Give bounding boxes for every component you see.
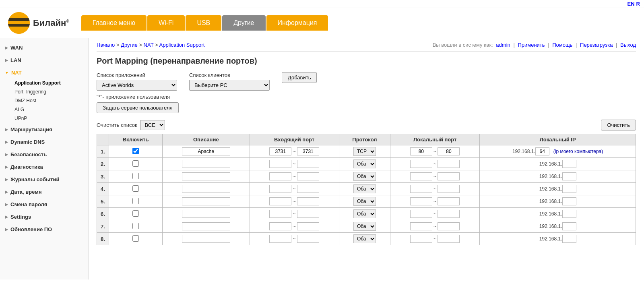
proto-select-7[interactable]: ОбаTCPUDP xyxy=(353,222,376,231)
inport-to-2[interactable] xyxy=(297,160,319,168)
localport-to-1[interactable] xyxy=(438,147,460,155)
localport-to-5[interactable] xyxy=(438,197,460,205)
localport-to-2[interactable] xyxy=(438,160,460,168)
nav-other[interactable]: Другие xyxy=(222,15,265,31)
inport-to-5[interactable] xyxy=(297,197,319,205)
inport-to-3[interactable] xyxy=(297,172,319,180)
reboot-link[interactable]: Перезагрузка xyxy=(580,42,613,48)
ip-input-2[interactable] xyxy=(562,160,576,168)
enable-checkbox-4[interactable] xyxy=(132,185,139,192)
logout-link[interactable]: Выход xyxy=(620,42,636,48)
proto-select-2[interactable]: ОбаTCPUDP xyxy=(353,159,376,168)
localport-from-4[interactable] xyxy=(410,185,432,193)
sidebar-item-alg[interactable]: ALG xyxy=(11,105,88,114)
nav-info[interactable]: Информация xyxy=(266,15,328,31)
proto-select-1[interactable]: TCPUDPОба xyxy=(353,147,376,156)
enable-checkbox-5[interactable] xyxy=(132,198,139,204)
inport-from-6[interactable] xyxy=(269,210,291,218)
localport-to-8[interactable] xyxy=(438,235,460,243)
sidebar-item-app-support[interactable]: Application Support xyxy=(11,79,88,87)
enable-checkbox-1[interactable] xyxy=(132,148,139,154)
nav-usb[interactable]: USB xyxy=(186,15,221,31)
desc-input-2[interactable] xyxy=(182,160,230,168)
proto-select-3[interactable]: ОбаTCPUDP xyxy=(353,172,376,181)
help-link[interactable]: Помощь xyxy=(552,42,572,48)
inport-to-1[interactable] xyxy=(297,147,319,155)
inport-from-1[interactable] xyxy=(269,147,291,155)
sidebar-item-diag[interactable]: ▶ Диагностика xyxy=(0,161,88,173)
ip-input-1[interactable] xyxy=(535,147,549,155)
app-list-select[interactable]: Active Worlds xyxy=(97,80,177,91)
desc-input-1[interactable] xyxy=(182,147,230,155)
breadcrumb-app-support[interactable]: Application Support xyxy=(159,42,205,48)
enable-checkbox-8[interactable] xyxy=(132,235,139,242)
desc-input-7[interactable] xyxy=(182,222,230,230)
add-button[interactable]: Добавить xyxy=(282,72,317,83)
proto-select-5[interactable]: ОбаTCPUDP xyxy=(353,197,376,206)
sidebar-item-dmz-host[interactable]: DMZ Host xyxy=(11,96,88,105)
proto-select-4[interactable]: ОбаTCPUDP xyxy=(353,184,376,193)
sidebar-item-port-trigger[interactable]: Port Triggering xyxy=(11,87,88,96)
nav-wifi[interactable]: Wi-Fi xyxy=(147,15,185,31)
ip-input-3[interactable] xyxy=(562,172,576,180)
localport-from-6[interactable] xyxy=(410,210,432,218)
sidebar-item-upnp[interactable]: UPnP xyxy=(11,114,88,123)
clear-select[interactable]: ВСЕ xyxy=(140,120,165,130)
localport-from-1[interactable] xyxy=(410,147,432,155)
sidebar-item-settings[interactable]: ▶ Settings xyxy=(0,211,88,223)
ip-input-4[interactable] xyxy=(562,185,576,193)
user-service-button[interactable]: Задать сервис пользователя xyxy=(97,102,179,113)
inport-from-3[interactable] xyxy=(269,172,291,180)
ip-input-7[interactable] xyxy=(562,222,576,230)
sidebar-item-lan[interactable]: ▶ LAN xyxy=(0,54,88,66)
sidebar-item-security[interactable]: ▶ Безопасность xyxy=(0,149,88,160)
proto-select-8[interactable]: ОбаTCPUDP xyxy=(353,234,376,243)
desc-input-6[interactable] xyxy=(182,210,230,218)
localport-to-4[interactable] xyxy=(438,185,460,193)
sidebar-item-routing[interactable]: ▶ Маршрутизация xyxy=(0,124,88,135)
inport-to-8[interactable] xyxy=(297,235,319,243)
sidebar-item-datetime[interactable]: ▶ Дата, время xyxy=(0,186,88,198)
enable-checkbox-6[interactable] xyxy=(132,210,139,217)
client-list-select[interactable]: Выберите PC xyxy=(189,80,270,91)
sidebar-item-password[interactable]: ▶ Смена пароля xyxy=(0,199,88,210)
breadcrumb-nat[interactable]: NAT xyxy=(144,42,154,48)
inport-from-8[interactable] xyxy=(269,235,291,243)
ip-input-6[interactable] xyxy=(562,210,576,218)
sidebar-item-wan[interactable]: ▶ WAN xyxy=(0,42,88,54)
ip-input-5[interactable] xyxy=(562,197,576,205)
inport-to-4[interactable] xyxy=(297,185,319,193)
inport-from-5[interactable] xyxy=(269,197,291,205)
inport-to-6[interactable] xyxy=(297,210,319,218)
apply-link[interactable]: Применить xyxy=(518,42,545,48)
breadcrumb-start[interactable]: Начало xyxy=(97,42,115,48)
ip-input-8[interactable] xyxy=(562,235,576,243)
localport-to-3[interactable] xyxy=(438,172,460,180)
desc-input-5[interactable] xyxy=(182,197,230,205)
sidebar-item-ddns[interactable]: ▶ Dynamic DNS xyxy=(0,136,88,148)
desc-input-3[interactable] xyxy=(182,172,230,180)
localport-from-8[interactable] xyxy=(410,235,432,243)
enable-checkbox-7[interactable] xyxy=(132,223,139,229)
localport-from-5[interactable] xyxy=(410,197,432,205)
localport-from-7[interactable] xyxy=(410,222,432,230)
sidebar-item-logs[interactable]: ▶ Журналы событий xyxy=(0,174,88,185)
lang-ru-link[interactable]: R xyxy=(636,1,640,7)
clear-button[interactable]: Очистить xyxy=(601,120,636,130)
sidebar-item-nat[interactable]: ▼ NAT xyxy=(0,67,88,79)
sidebar-item-firmware[interactable]: ▶ Обновление ПО xyxy=(0,224,88,235)
inport-from-2[interactable] xyxy=(269,160,291,168)
inport-from-7[interactable] xyxy=(269,222,291,230)
desc-input-8[interactable] xyxy=(182,235,230,243)
enable-checkbox-3[interactable] xyxy=(132,173,139,179)
localport-to-7[interactable] xyxy=(438,222,460,230)
lang-en-link[interactable]: EN xyxy=(627,1,635,7)
localport-to-6[interactable] xyxy=(438,210,460,218)
desc-input-4[interactable] xyxy=(182,185,230,193)
localport-from-3[interactable] xyxy=(410,172,432,180)
localport-from-2[interactable] xyxy=(410,160,432,168)
inport-from-4[interactable] xyxy=(269,185,291,193)
enable-checkbox-2[interactable] xyxy=(132,160,139,167)
inport-to-7[interactable] xyxy=(297,222,319,230)
user-link[interactable]: admin xyxy=(496,42,510,48)
